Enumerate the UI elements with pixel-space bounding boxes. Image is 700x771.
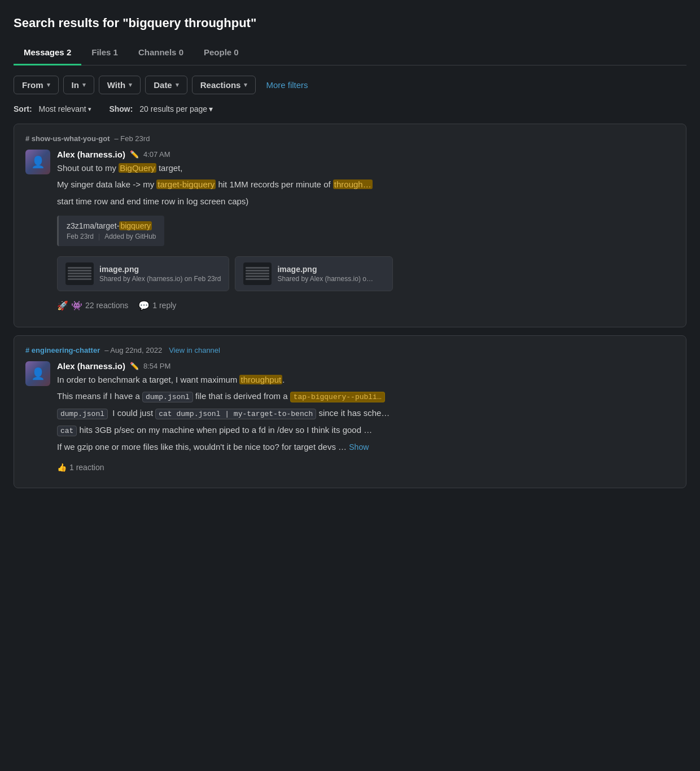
highlight-bigquery-link: bigquery [119, 221, 152, 230]
code-cat-cmd: cat dump.jsonl | my-target-to-bench [155, 409, 316, 419]
reply-group[interactable]: 💬 1 reply [138, 300, 176, 311]
filters-row: From ▾ In ▾ With ▾ Date ▾ Reactions ▾ Mo… [14, 76, 686, 94]
message-row-2: 👤 Alex (harness.io) ✏️ 8:54 PM In order … [25, 361, 675, 472]
link-preview: z3z1ma/target-bigquery Feb 23rd | Added … [57, 216, 164, 246]
file-card-2[interactable]: image.png Shared by Alex (harness.io) o… [235, 256, 393, 291]
file-meta: Shared by Alex (harness.io) o… [277, 275, 373, 283]
channel-name: # show-us-what-you-got [25, 134, 110, 143]
edit-icon: ✏️ [130, 150, 139, 159]
message-text2-line2: This means if I have a dump.jsonl file t… [57, 389, 675, 403]
reactions-count: 22 reactions [85, 301, 128, 310]
file-thumb [243, 262, 272, 285]
reactions-group: 🚀 👾 22 reactions [57, 300, 128, 311]
author-name-2: Alex (harness.io) [57, 361, 125, 371]
channel-row-2: # engineering-chatter – Aug 22nd, 2022 V… [25, 346, 675, 354]
reactions-count-2: 1 reaction [69, 463, 104, 472]
message-header: Alex (harness.io) ✏️ 4:07 AM [57, 150, 675, 159]
filter-in[interactable]: In ▾ [63, 76, 94, 94]
reply-count: 1 reply [152, 301, 176, 310]
tab-messages[interactable]: Messages 2 [14, 42, 81, 65]
file-thumb [65, 262, 94, 285]
chevron-down-icon: ▾ [209, 104, 213, 113]
filter-reactions[interactable]: Reactions ▾ [192, 76, 256, 94]
chevron-down-icon: ▾ [244, 81, 247, 89]
sort-show-row: Sort: Most relevant ▾ Show: 20 results p… [14, 104, 686, 113]
tabs-bar: Messages 2 Files 1 Channels 0 People 0 [14, 42, 686, 65]
file-previews: image.png Shared by Alex (harness.io) on… [57, 256, 675, 291]
chevron-down-icon: ▾ [47, 81, 50, 89]
channel-row: # show-us-what-you-got – Feb 23rd [25, 134, 675, 143]
filter-with[interactable]: With ▾ [99, 76, 141, 94]
file-name: image.png [277, 265, 373, 274]
reactions-group-2: 👍 1 reaction [57, 463, 104, 472]
code-tap-bigquery: tap-bigquery--publi… [290, 392, 385, 402]
message-content-2: Alex (harness.io) ✏️ 8:54 PM In order to… [57, 361, 675, 472]
filter-from[interactable]: From ▾ [14, 76, 59, 94]
reaction-rocket-icon: 🚀 [57, 300, 68, 311]
channel-name-2[interactable]: # engineering-chatter [25, 346, 100, 354]
filter-date[interactable]: Date ▾ [145, 76, 187, 94]
reaction-alien-icon: 👾 [71, 300, 82, 311]
message-header-2: Alex (harness.io) ✏️ 8:54 PM [57, 361, 675, 371]
file-info: image.png Shared by Alex (harness.io) on… [99, 265, 221, 283]
chevron-down-icon: ▾ [88, 106, 91, 113]
message-text2-line1: In order to benchmark a target, I want m… [57, 373, 675, 386]
sort-dropdown[interactable]: Most relevant ▾ [39, 104, 91, 113]
tab-people[interactable]: People 0 [194, 42, 249, 65]
author-name: Alex (harness.io) [57, 150, 125, 159]
message-text2-line3: dump.jsonl I could just cat dump.jsonl |… [57, 406, 675, 420]
highlight-bigquery: BigQuery [119, 163, 156, 173]
code-dump-jsonl-2: dump.jsonl [57, 409, 108, 419]
message-row: 👤 Alex (harness.io) ✏️ 4:07 AM Shout out… [25, 150, 675, 311]
channel-date-2: – Aug 22nd, 2022 [104, 346, 162, 354]
code-dump-jsonl: dump.jsonl [142, 392, 193, 402]
more-filters-link[interactable]: More filters [260, 76, 313, 94]
channel-date: – Feb 23rd [115, 134, 150, 143]
highlight-throughput: throughput [239, 375, 282, 384]
file-info: image.png Shared by Alex (harness.io) o… [277, 265, 373, 283]
chevron-down-icon: ▾ [129, 81, 132, 89]
highlight-target-bigquery: target-bigquery [156, 179, 216, 189]
tab-files[interactable]: Files 1 [81, 42, 128, 65]
link-preview-meta: Feb 23rd | Added by GitHub [67, 233, 156, 240]
reactions-reply-row-2: 👍 1 reaction [57, 459, 675, 472]
reply-icon: 💬 [138, 300, 150, 311]
file-meta: Shared by Alex (harness.io) on Feb 23rd [99, 275, 221, 283]
tab-channels[interactable]: Channels 0 [128, 42, 194, 65]
result-card-2: # engineering-chatter – Aug 22nd, 2022 V… [14, 335, 686, 488]
highlight-through: through… [333, 179, 373, 189]
code-cat: cat [57, 426, 77, 436]
reaction-thumbsup-icon: 👍 [57, 463, 67, 472]
file-name: image.png [99, 265, 221, 274]
message-text2-line5: If we gzip one or more files like this, … [57, 440, 675, 454]
file-card-1[interactable]: image.png Shared by Alex (harness.io) on… [57, 256, 229, 291]
link-preview-text: z3z1ma/target-bigquery [67, 221, 156, 230]
result-card-1: # show-us-what-you-got – Feb 23rd 👤 Alex… [14, 124, 686, 327]
chevron-down-icon: ▾ [82, 81, 86, 89]
message-content: Alex (harness.io) ✏️ 4:07 AM Shout out t… [57, 150, 675, 311]
message-text-line3: start time row and end time row in log s… [57, 195, 675, 208]
message-text-line1: Shout out to my BigQuery target, [57, 161, 675, 174]
page-title: Search results for "bigquery throughput" [14, 16, 686, 30]
chevron-down-icon: ▾ [176, 81, 179, 89]
reactions-reply-row: 🚀 👾 22 reactions 💬 1 reply [57, 297, 675, 311]
view-in-channel-link[interactable]: View in channel [169, 346, 220, 354]
edit-icon-2: ✏️ [130, 362, 139, 370]
avatar: 👤 [25, 150, 50, 174]
timestamp: 4:07 AM [143, 150, 170, 159]
show-dropdown[interactable]: 20 results per page ▾ [139, 104, 213, 113]
message-text2-line4: cat hits 3GB p/sec on my machine when pi… [57, 423, 675, 437]
message-text-line2: My singer data lake -> my target-bigquer… [57, 178, 675, 191]
avatar-2: 👤 [25, 361, 50, 386]
timestamp-2: 8:54 PM [143, 362, 170, 370]
show-more-link[interactable]: Show [349, 443, 369, 452]
